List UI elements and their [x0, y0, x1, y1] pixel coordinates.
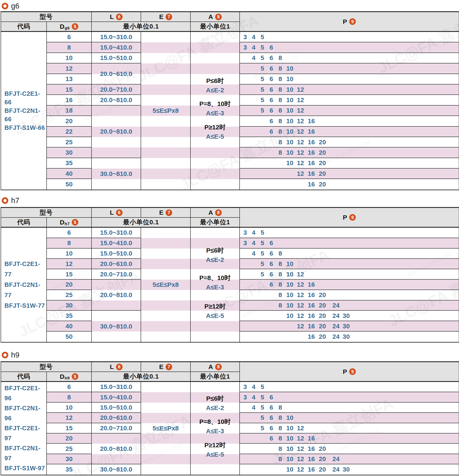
p-value: 12	[295, 118, 306, 125]
l-range-cell: 15.0~510.0	[92, 403, 141, 413]
p-value: 8	[274, 404, 286, 411]
p-value: 12	[295, 149, 306, 156]
header-p-label: P	[343, 18, 347, 25]
p-values-cell: 1216202430	[240, 321, 459, 332]
header-a-label: A	[208, 209, 213, 216]
header-l: L6	[92, 208, 141, 218]
section-label: g6	[11, 2, 19, 10]
p-value: 12	[295, 435, 306, 442]
d-value-cell: 30	[47, 147, 92, 158]
d-value-cell: 12	[47, 63, 92, 74]
p-values-cell: 101216202430	[240, 464, 459, 475]
l-range-cell: 30.0~810.0	[92, 311, 141, 342]
d-value-cell: 15	[47, 269, 92, 280]
p-value: 16	[305, 302, 317, 309]
d-value-cell: 20	[47, 434, 92, 444]
p-values-cell: 68101216	[240, 434, 459, 444]
a-rule: A≤E-5	[191, 312, 239, 320]
p-value: 20	[316, 333, 328, 340]
header-p: P9	[240, 362, 459, 382]
p-value: 10	[284, 466, 296, 473]
header-e: E7	[141, 12, 191, 22]
header-l-label: L	[110, 209, 114, 216]
header-min-unit-01: 最小单位0.1	[92, 372, 191, 382]
number-badge-icon: 5	[72, 373, 78, 380]
p-value: 16	[305, 128, 317, 135]
model-code-cell: BFJT-C2E1-96BFJT-C2N1-96BFJT-C2E1-97BFJT…	[1, 382, 47, 475]
p-values-cell: 1620	[240, 179, 459, 189]
header-p-label: P	[343, 214, 347, 221]
l-range-cell: 20.0~810.0	[92, 280, 141, 311]
p-value: 12	[295, 302, 306, 309]
a-rule-cell: P≤6时A≤E-2P=8、10时A≤E-3P≥12时A≤E-5	[191, 382, 240, 475]
model-code: BFJT-C2N1-66	[4, 106, 46, 123]
p-value: 12	[295, 425, 306, 432]
p-value: 24	[330, 455, 342, 463]
model-code: BFJT-C2N1-96	[4, 403, 46, 423]
a-rule: A≤E-5	[191, 451, 239, 458]
d-value-cell: 10	[47, 53, 92, 63]
header-code: 代码	[1, 22, 47, 32]
a-condition: P=8、10时	[191, 100, 239, 108]
p-values-cell: 345	[240, 382, 459, 392]
p-value: 12	[295, 159, 306, 167]
p-value: 10	[284, 138, 296, 146]
d-value-cell: 15	[47, 423, 92, 434]
model-code-cell: BFJT-C2E1-66BFJT-C2N1-66BFJT-S1W-66	[1, 32, 47, 190]
p-value: 10	[284, 86, 296, 93]
p-value: 10	[284, 425, 296, 432]
a-rule: A≤E-2	[191, 404, 239, 412]
d-value-cell: 25	[47, 444, 92, 454]
a-rule: A≤E-2	[191, 86, 239, 94]
d-value-cell: 50	[47, 332, 92, 342]
a-rule-block: P=8、10时A≤E-3	[191, 274, 239, 291]
number-badge-icon: 8	[215, 14, 222, 20]
p-value: 16	[305, 159, 317, 167]
d-value-cell: 15	[47, 85, 92, 95]
p-values-cell: 5681012	[240, 95, 459, 105]
p-values-cell: 810121620	[240, 290, 459, 300]
d-value-cell: 25	[47, 137, 92, 147]
l-range-cell: 20.0~810.0	[92, 95, 141, 105]
a-rule-block: P≤6时A≤E-2	[191, 77, 239, 94]
p-values-cell: 810121620	[240, 147, 459, 158]
l-range-cell: 30.0~810.0	[92, 464, 141, 475]
p-value: 16	[305, 291, 317, 298]
a-condition: P=8、10时	[191, 418, 239, 425]
number-badge-icon: 6	[116, 364, 123, 370]
p-value: 16	[305, 445, 317, 452]
header-e: E7	[141, 362, 191, 372]
number-badge-icon: 7	[166, 209, 172, 216]
model-code: BFJT-C2E1-96	[4, 383, 46, 403]
header-d-label: D	[60, 373, 65, 380]
header-p: P9	[240, 12, 459, 32]
p-value: 8	[274, 250, 286, 257]
header-min-unit-01: 最小单位0.1	[92, 22, 191, 32]
p-value: 12	[295, 271, 306, 278]
d-value-cell: 30	[47, 300, 92, 311]
header-code: 代码	[1, 372, 47, 382]
p-value: 12	[295, 312, 306, 319]
d-value-cell: 40	[47, 321, 92, 332]
p-values-cell: 101216202430	[240, 311, 459, 321]
p-value: 20	[316, 181, 328, 188]
p-value: 30	[340, 333, 352, 340]
number-badge-icon: 8	[215, 209, 222, 216]
header-a: A8	[191, 362, 240, 372]
model-code: BFJT-C2E1-77	[4, 259, 46, 280]
p-value: 12	[295, 138, 306, 146]
header-p: P9	[240, 208, 459, 228]
number-badge-icon: 9	[349, 368, 356, 375]
d-value-cell: 30	[47, 454, 92, 464]
l-range-cell: 15.0~410.0	[92, 42, 141, 53]
spec-table-h9: 型号L6E7A8P9代码Dh95最小单位0.1最小单位1BFJT-C2E1-96…	[1, 361, 459, 475]
a-rule-cell: P≤6时A≤E-2P=8、10时A≤E-3P≥12时A≤E-5	[191, 228, 240, 342]
a-condition: P≤6时	[191, 246, 239, 254]
p-value: 6	[265, 44, 277, 51]
section-title-h9: h9	[2, 351, 19, 359]
p-value: 16	[305, 312, 317, 319]
p-value: 10	[284, 445, 296, 452]
d-value-cell: 8	[47, 238, 92, 248]
header-d: Dh95	[47, 372, 92, 382]
p-value: 10	[284, 159, 296, 167]
